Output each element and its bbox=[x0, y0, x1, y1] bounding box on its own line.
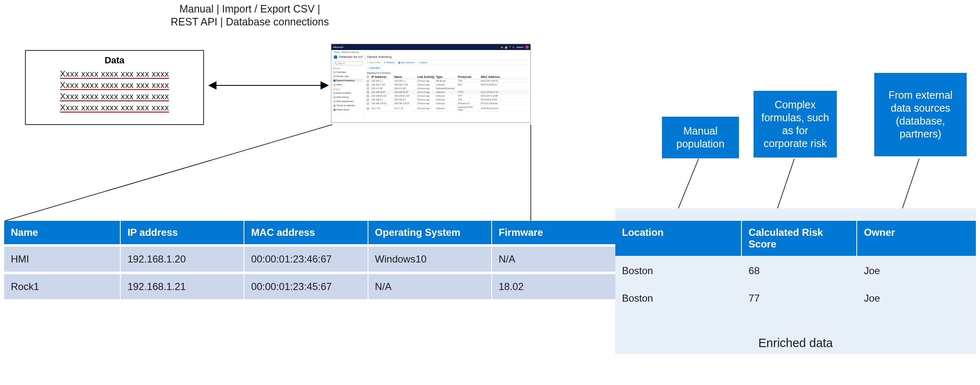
save-filter-button[interactable]: ☆ Save Filter bbox=[367, 61, 381, 64]
mini-table-row[interactable]: 224.0.0.105224.0.0.10519 hours agoMultic… bbox=[367, 87, 528, 90]
sidebar-item-device-map[interactable]: Device map bbox=[333, 75, 363, 78]
th-risk[interactable]: Calculated Risk Score bbox=[741, 221, 857, 257]
th-owner[interactable]: Owner bbox=[857, 221, 976, 257]
refresh-button[interactable]: ↻ Refresh bbox=[384, 61, 395, 64]
cell-name: HMI bbox=[4, 245, 120, 273]
cell-name: Rock1 bbox=[4, 273, 120, 299]
mini-app-header: Microsoft ⚙ 🔔 ? ☺ cyberx bbox=[331, 44, 530, 50]
avatar-icon[interactable] bbox=[525, 45, 529, 49]
th-location[interactable]: Location bbox=[615, 221, 741, 257]
shield-icon bbox=[334, 55, 337, 59]
cell-name: 224.0.0.105 bbox=[394, 87, 416, 90]
sidebar-item-data-mining[interactable]: Data mining bbox=[333, 95, 363, 99]
cell-ip: 192.168.90.90 bbox=[371, 91, 393, 93]
sidebar-item-label: Risk assessment bbox=[336, 100, 354, 102]
table-row[interactable]: Boston77Joe bbox=[615, 285, 976, 311]
cell-risk: 68 bbox=[741, 257, 857, 285]
alerts-icon bbox=[333, 84, 336, 86]
gear-icon[interactable]: ⚙ bbox=[501, 46, 503, 49]
enriched-panel: Location Calculated Risk Score Owner Bos… bbox=[615, 208, 976, 354]
double-arrow-icon bbox=[208, 79, 329, 92]
cell-type: Unknown bbox=[436, 107, 457, 110]
table-row[interactable]: HMI192.168.1.2000:00:01:23:46:67Windows1… bbox=[4, 245, 615, 273]
bell-icon[interactable]: 🔔 bbox=[505, 46, 507, 49]
row-checkbox[interactable] bbox=[367, 84, 369, 86]
mini-table-row[interactable]: 192.168.90.126192.168.90.12619 hours ago… bbox=[367, 94, 528, 98]
col-protocols[interactable]: Protocols bbox=[458, 75, 480, 78]
cell-mac: 00:00:01:23:45:67 bbox=[244, 273, 368, 299]
row-checkbox[interactable] bbox=[367, 88, 369, 90]
mini-title-row: Defender for IoT | Device inventory bbox=[331, 54, 530, 60]
help-icon[interactable]: ? bbox=[509, 46, 510, 48]
cell-mac: 00:0c:29:7c:18:05 bbox=[481, 95, 511, 97]
table-row[interactable]: Boston68Joe bbox=[615, 257, 976, 285]
table-row[interactable]: Rock1192.168.1.2100:00:01:23:45:67N/A18.… bbox=[4, 273, 615, 299]
th-os[interactable]: Operating System bbox=[368, 221, 492, 245]
sidebar-item-alerts[interactable]: Alerts bbox=[333, 83, 363, 86]
th-ip[interactable]: IP address bbox=[120, 221, 244, 245]
breadcrumb[interactable]: Home › Device inventory bbox=[331, 50, 530, 54]
mini-table-row[interactable]: 10.1.7.1010.1.7.1019 hours agoUnknownHon… bbox=[367, 105, 528, 112]
search-input[interactable]: 🔍 Search bbox=[333, 61, 363, 65]
data-placeholder-line: Xxxx xxxx xxxx xxx xxx xxxx bbox=[60, 102, 169, 113]
sidebar-item-event-timeline[interactable]: Event timeline bbox=[333, 91, 363, 95]
results-count: Showing 23 of 23 Items bbox=[367, 72, 528, 74]
sidebar-item-label: Event timeline bbox=[336, 92, 351, 94]
feedback-icon[interactable]: ☺ bbox=[512, 46, 515, 48]
cell-name: 192.168.90.126 bbox=[394, 95, 416, 97]
cell-risk: 77 bbox=[741, 285, 857, 311]
col-last[interactable]: Last Activity bbox=[417, 75, 435, 78]
mini-brand: Microsoft bbox=[333, 46, 343, 48]
mini-table-row[interactable]: 192.168.1.1192.168.1.119 hours agoDB Ser… bbox=[367, 79, 528, 83]
data-placeholder-line: Xxxx xxxx xxxx xxx xxx xxxx bbox=[60, 80, 169, 91]
add-filter-button[interactable]: + Add filter bbox=[367, 66, 382, 70]
select-all-checkbox[interactable] bbox=[367, 76, 369, 78]
mini-table-row[interactable]: 192.168.2.2192.168.2.219 hours agoUnknow… bbox=[367, 98, 528, 102]
mini-table-row[interactable]: 192.168.1.133192.168.1.13319 hours agoUn… bbox=[367, 83, 528, 87]
sidebar-item-trends-statistics[interactable]: Trends & statistics bbox=[333, 104, 363, 107]
sidebar-item-risk-assessment[interactable]: Risk assessment bbox=[333, 100, 363, 103]
export-button[interactable]: ⤓ Export bbox=[418, 61, 427, 64]
data-box-title: Data bbox=[104, 55, 124, 66]
cell-protocols: HTTP bbox=[458, 91, 480, 93]
callout-external-sources: From external data sources (database, pa… bbox=[874, 73, 967, 156]
sidebar-item-overview[interactable]: Overview bbox=[333, 70, 363, 74]
edit-columns-button[interactable]: ▦ Edit Columns bbox=[398, 61, 415, 64]
callout-manual-population: Manual population bbox=[662, 117, 739, 158]
sidebar-item-label: Attack vector bbox=[336, 108, 350, 111]
row-checkbox[interactable] bbox=[367, 95, 369, 97]
row-checkbox[interactable] bbox=[367, 108, 369, 110]
sidebar-item-label: Alerts bbox=[336, 83, 342, 86]
sidebar-item-device-inventory[interactable]: Device Inventory bbox=[333, 79, 363, 82]
col-ip[interactable]: IP Address bbox=[371, 75, 393, 78]
callout-complex-formulas: Complex formulas, such as for corporate … bbox=[754, 91, 837, 158]
row-checkbox[interactable] bbox=[367, 102, 369, 105]
mini-table-row[interactable]: 192.168.178.32192.168.178.3219 hours ago… bbox=[367, 102, 528, 105]
th-firmware[interactable]: Firmware bbox=[492, 221, 615, 245]
th-name[interactable]: Name bbox=[4, 221, 120, 245]
title-separator: | bbox=[365, 55, 366, 58]
data-placeholder-line: Xxxx xxxx xxxx xxx xxx xxxx bbox=[60, 68, 169, 80]
cell-mac: 00:01:00:04:17:04 bbox=[481, 91, 511, 93]
row-checkbox[interactable] bbox=[367, 91, 369, 93]
col-name[interactable]: Name bbox=[394, 75, 416, 78]
mini-toolbar: ☆ Save Filter ↻ Refresh ▦ Edit Columns ⤓… bbox=[367, 61, 528, 65]
sidebar-item-label: Overview bbox=[336, 71, 346, 73]
sidebar-item-attack-vector[interactable]: Attack vector bbox=[333, 108, 363, 111]
th-mac[interactable]: MAC address bbox=[244, 221, 368, 245]
cell-os: N/A bbox=[368, 273, 492, 299]
mini-table-row[interactable]: 192.168.90.90192.168.90.9019 hours agoUn… bbox=[367, 90, 528, 94]
cell-mac: 00:10:db:ff:20:06 bbox=[481, 98, 511, 101]
cell-last: 19 hours ago bbox=[417, 80, 435, 82]
enriched-label: Enriched data bbox=[615, 336, 976, 350]
col-mac[interactable]: MAC Address bbox=[481, 75, 511, 78]
cell-name: 192.168.2.2 bbox=[394, 98, 416, 101]
sidebar-item-label: Trends & statistics bbox=[336, 104, 355, 107]
cell-firmware: N/A bbox=[492, 245, 615, 273]
row-checkbox[interactable] bbox=[367, 99, 369, 101]
row-checkbox[interactable] bbox=[367, 80, 369, 82]
product-name: Defender for IoT bbox=[339, 55, 363, 59]
col-type[interactable]: Type bbox=[436, 75, 457, 78]
mini-user-label: cyberx bbox=[516, 46, 524, 48]
cell-mac: 00:00:01:23:46:67 bbox=[244, 245, 368, 273]
